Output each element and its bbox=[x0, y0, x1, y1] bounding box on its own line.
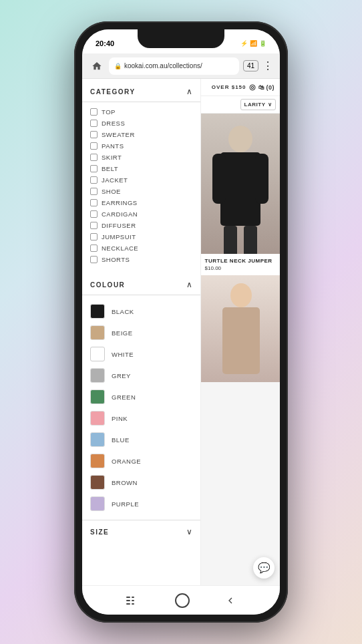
category-item-label: JACKET bbox=[102, 176, 128, 184]
category-list: TOPDRESSSWEATERPANTSSKIRTBELTJACKETSHOEE… bbox=[82, 102, 200, 269]
colour-section-header[interactable]: COLOUR ∧ bbox=[82, 272, 200, 295]
colour-swatch bbox=[90, 347, 105, 361]
category-item[interactable]: NECKLACE bbox=[90, 243, 192, 254]
category-checkbox[interactable] bbox=[90, 131, 98, 138]
product-info-1: TURTLE NECK JUMPER $10.00 bbox=[201, 254, 280, 275]
tab-count[interactable]: 41 bbox=[243, 60, 258, 71]
back-button[interactable] bbox=[225, 595, 236, 606]
category-checkbox[interactable] bbox=[90, 108, 98, 116]
browser-menu-button[interactable]: ⋮ bbox=[262, 59, 273, 72]
category-checkbox[interactable] bbox=[90, 256, 98, 263]
category-item-label: PANTS bbox=[102, 142, 124, 150]
category-item[interactable]: PANTS bbox=[90, 140, 192, 152]
home-button[interactable] bbox=[175, 593, 190, 608]
colour-list: BLACKBEIGEWHITEGREYGREENPINKBLUEORANGEBR… bbox=[82, 295, 200, 520]
cart-icon: 🛍 bbox=[258, 84, 265, 91]
colour-item-label: GREY bbox=[112, 372, 131, 379]
svg-rect-8 bbox=[126, 597, 130, 598]
category-checkbox[interactable] bbox=[90, 210, 98, 218]
category-item[interactable]: JUMPSUIT bbox=[90, 231, 192, 243]
category-item[interactable]: DRESS bbox=[90, 118, 192, 129]
category-item[interactable]: JACKET bbox=[90, 174, 192, 186]
colour-item-label: BLACK bbox=[112, 308, 134, 315]
colour-item[interactable]: PURPLE bbox=[90, 493, 192, 514]
category-chevron-icon: ∧ bbox=[186, 87, 192, 96]
category-item-label: SKIRT bbox=[102, 154, 122, 161]
svg-rect-4 bbox=[224, 226, 237, 254]
colour-swatch bbox=[90, 304, 105, 319]
cart-area[interactable]: 🛍 (0) bbox=[258, 84, 275, 91]
category-checkbox[interactable] bbox=[90, 120, 98, 127]
over-150-badge: OVER $150 bbox=[212, 84, 246, 90]
colour-swatch bbox=[90, 454, 105, 468]
product-name: TURTLE NECK JUMPER bbox=[205, 258, 276, 264]
size-section-header[interactable]: SIZE ∨ bbox=[82, 520, 200, 543]
status-time: 20:40 bbox=[96, 39, 114, 47]
notch bbox=[138, 29, 224, 48]
product-panel: OVER $150 ◎ 🛍 (0) LARITY ∨ bbox=[201, 79, 280, 585]
home-indicator bbox=[82, 585, 280, 615]
product-controls: ◎ 🛍 (0) bbox=[249, 83, 275, 92]
colour-swatch bbox=[90, 411, 105, 426]
bluetooth-icon: ⚡ bbox=[240, 40, 248, 47]
colour-item[interactable]: GREY bbox=[90, 365, 192, 386]
sort-bar[interactable]: LARITY ∨ bbox=[201, 96, 280, 114]
category-item[interactable]: SHOE bbox=[90, 186, 192, 197]
category-item[interactable]: DIFFUSER bbox=[90, 220, 192, 231]
category-item-label: DRESS bbox=[102, 120, 125, 127]
category-checkbox[interactable] bbox=[90, 233, 98, 240]
product-top-bar: OVER $150 ◎ 🛍 (0) bbox=[201, 79, 280, 96]
colour-item[interactable]: ORANGE bbox=[90, 450, 192, 472]
category-item-label: NECKLACE bbox=[102, 245, 138, 252]
chat-button[interactable]: 💬 bbox=[253, 557, 275, 579]
colour-item[interactable]: BLUE bbox=[90, 429, 192, 450]
category-checkbox[interactable] bbox=[90, 142, 98, 150]
colour-item-label: WHITE bbox=[112, 351, 134, 358]
colour-item[interactable]: GREEN bbox=[90, 386, 192, 408]
colour-item-label: GREEN bbox=[112, 393, 136, 401]
category-item[interactable]: SWEATER bbox=[90, 129, 192, 140]
svg-point-6 bbox=[230, 283, 252, 307]
svg-rect-7 bbox=[222, 307, 260, 374]
colour-item[interactable]: BLACK bbox=[90, 301, 192, 322]
category-checkbox[interactable] bbox=[90, 199, 98, 206]
wifi-icon: 📶 bbox=[250, 40, 257, 47]
colour-item[interactable]: PINK bbox=[90, 408, 192, 429]
url-bar[interactable]: 🔒 kookai.com.au/collections/ bbox=[109, 57, 239, 75]
category-checkbox[interactable] bbox=[90, 154, 98, 161]
category-checkbox[interactable] bbox=[90, 176, 98, 184]
category-item-label: SWEATER bbox=[102, 131, 135, 138]
category-item[interactable]: TOP bbox=[90, 106, 192, 118]
colour-swatch bbox=[90, 389, 105, 404]
category-item[interactable]: SKIRT bbox=[90, 152, 192, 163]
back-multitask-button[interactable] bbox=[126, 596, 140, 605]
category-item[interactable]: CARDIGAN bbox=[90, 208, 192, 220]
colour-item[interactable]: BROWN bbox=[90, 472, 192, 493]
colour-item-label: BLUE bbox=[112, 436, 130, 444]
category-item[interactable]: EARRINGS bbox=[90, 197, 192, 208]
colour-swatch bbox=[90, 496, 105, 511]
svg-rect-5 bbox=[244, 226, 257, 254]
status-icons: ⚡ 📶 🔋 bbox=[240, 40, 266, 47]
colour-item-label: PURPLE bbox=[112, 500, 139, 508]
colour-item[interactable]: WHITE bbox=[90, 343, 192, 365]
category-checkbox[interactable] bbox=[90, 165, 98, 172]
sort-dropdown[interactable]: LARITY ∨ bbox=[240, 99, 276, 110]
svg-rect-12 bbox=[132, 600, 134, 601]
colour-item[interactable]: BEIGE bbox=[90, 322, 192, 343]
category-item[interactable]: BELT bbox=[90, 163, 192, 174]
colour-item-label: BEIGE bbox=[112, 329, 133, 337]
battery-icon: 🔋 bbox=[259, 40, 266, 47]
category-checkbox[interactable] bbox=[90, 188, 98, 195]
category-checkbox[interactable] bbox=[90, 222, 98, 229]
sort-label: LARITY bbox=[244, 102, 266, 108]
svg-rect-11 bbox=[132, 597, 134, 598]
category-section-header[interactable]: CATEGORY ∧ bbox=[82, 79, 200, 102]
phone-frame: 20:40 ⚡ 📶 🔋 🔒 kookai.com.au/collections/… bbox=[74, 21, 288, 623]
category-checkbox[interactable] bbox=[90, 245, 98, 252]
browser-home-button[interactable] bbox=[89, 58, 105, 74]
colour-swatch bbox=[90, 368, 105, 383]
colour-item-label: BROWN bbox=[112, 479, 138, 486]
category-item[interactable]: SHORTS bbox=[90, 254, 192, 265]
svg-rect-2 bbox=[212, 154, 226, 204]
